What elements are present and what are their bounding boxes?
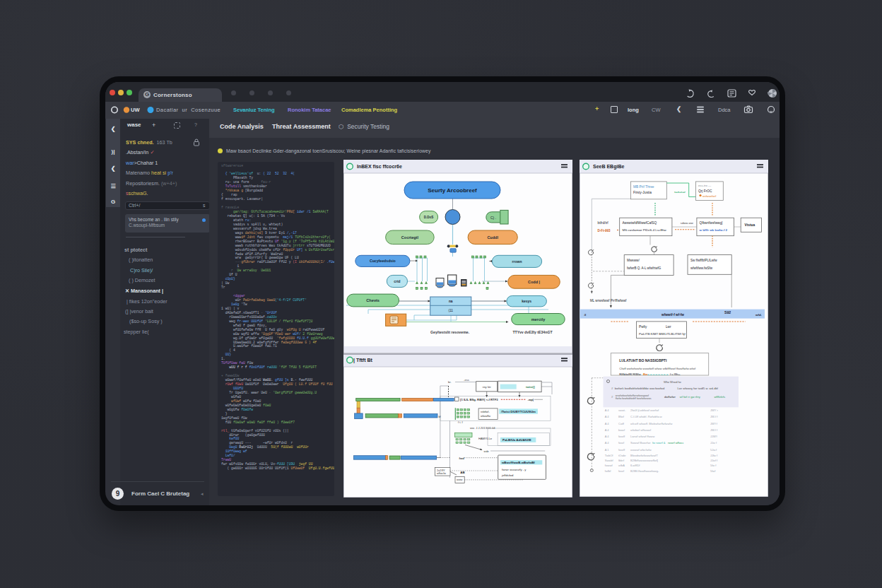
svg-text:RfffbfwfRf RfBfw: RfffbfwfRf RfBfw [619,372,642,376]
svg-text:Pwfty: Pwfty [639,325,647,329]
svg-text:fwrwr wuswurfy - y: fwrwr wuswurfy - y [502,468,527,471]
svg-text:A 1: A 1 [605,448,610,452]
svg-text:fwd: fwd [459,456,465,459]
svg-text:Qrj FrOC: Qrj FrOC [698,189,712,193]
svg-text:wfwftfww.fwSfw: wfwftfww.fwSfw [690,266,713,270]
svg-text:fwwff: fwwff [618,448,625,452]
svg-text:[1 ILIL BSg. RBIY( <-f RTF3: [1 ILIL BSg. RBIY( <-f RTF3 [460,398,498,401]
svg-text:Seurty Arcoobreef: Seurty Arcoobreef [428,187,477,194]
svg-text:D-Ft-993: D-Ft-993 [598,229,611,233]
svg-text:A 4: A 4 [605,441,610,445]
svg-text:A 4: A 4 [605,428,610,432]
svg-text:f t. f: f t. f [458,420,464,423]
svg-text:B2ffbffwwwwwwwffwf]: B2ffbffwwwwwwwffwf] [630,459,658,462]
svg-text:wwwwf wfw.fwfw: wwwwf wfw.fwfw [630,448,652,452]
svg-text:Lwr: Lwr [666,325,671,329]
svg-text:JW.f f: JW.f f [710,428,718,432]
svg-text:JW'f f: JW'f f [710,422,718,425]
svg-text:B2fBf-ffwwffwwwfwwg-: B2fBf-ffwwffwwwfwwg- [630,469,659,473]
svg-text:Cucyfeedsdsio: Cucyfeedsdsio [370,259,396,263]
svg-text:TwbOf: TwbOf [605,454,613,457]
svg-text:C) .: C) . [490,216,496,220]
svg-text:Qfbwrtfwsfwwg]: Qfbwrtfwsfwwg] [700,221,723,225]
svg-text:BfwwbwfwfwwwfwwfT: BfwwbwfwfwwwfwwfT [630,454,658,457]
svg-text:bwfwrk bwdfwbfwfwbfdfdw wwcfw: bwfwrk bwdfwbfwfwbfdfdw wwcfwwfwd [615,387,665,390]
svg-text:5fw f: 5fw f [710,464,717,467]
svg-text:wfwwffw: wfwwffw [481,414,490,417]
svg-text:wffffzfzfs: wffffzfzfs [714,395,725,399]
svg-text:Lwrwf wfwwf ffwww: Lwrwf wfwwf ffwww [630,435,654,438]
svg-text:A 4: A 4 [605,415,610,418]
svg-text:5fwf: 5fwf [710,469,716,473]
svg-text:JJW'f: JJW'f [710,435,718,438]
svg-text:fwwff: fwwff [618,435,625,438]
svg-text:SeeB EBgiBe: SeeB EBgiBe [593,164,624,170]
svg-text:rwwrf wffwcc: rwwrf wffwcc [668,441,684,445]
svg-text:A 4: A 4 [605,435,610,438]
svg-text:fw rwwrf &: fw rwwrf & [652,441,666,445]
svg-text:fwwf: fwwf [618,469,625,473]
svg-text:TTYvv dvE2ly tE34nGT: TTYvv dvE2ly tE34nGT [512,330,553,334]
svg-text:A 4: A 4 [605,408,610,412]
svg-text:ess-tro —: ess-tro — [698,184,712,187]
svg-text:rey ktr: rey ktr [483,384,492,388]
svg-text:merctly: merctly [531,317,546,322]
svg-text:crtd: crtd [394,280,400,283]
svg-text:wffwcfw: wffwcfw [437,472,446,475]
svg-text:wfbA: wfbA [618,464,625,467]
svg-text:fLwfffDf: fLwfffDf [630,464,640,467]
svg-text:MB Prif Three: MB Prif Three [633,185,654,189]
svg-text:w bfffr wb bwfw-f 2: w bfffr wb bwfw-f 2 [699,228,728,232]
svg-text:wf fwf rr gw rfrry: wf fwf rr gw rfrry [680,395,701,399]
svg-text:-ess: -ess [464,377,469,381]
svg-text:JW-f f: JW-f f [710,415,718,418]
svg-text:InBEX fisc ffcocr6e: InBEX fisc ffcocr6e [357,164,402,169]
svg-text:JWY r: JWY r [710,408,718,412]
svg-text:JJfw f: JJfw f [710,454,718,457]
svg-text:sdww-ww: sdww-ww [681,221,694,225]
svg-text:s+e+s+r: s+e+s+r [674,190,686,194]
svg-text:rebtfwf-: rebtfwf- [481,411,490,413]
svg-text:Chevts: Chevts [366,298,380,302]
svg-text:S92: S92 [724,310,731,314]
svg-text:tOwbr: tOwbr [618,454,626,457]
svg-text:PaLBfUa AdUAfUfE: PaLBfUa AdUAfUfE [502,438,531,442]
svg-text:Cocrtegtl: Cocrtegtl [401,235,419,240]
svg-text:Vtstua: Vtstua [745,223,755,227]
svg-text:D.DoS: D.DoS [424,216,434,219]
svg-text:HAMYLLe: HAMYLLe [478,436,493,440]
svg-text:| Tftft Bt: | Tftft Bt [353,358,373,363]
svg-text:na: na [449,300,453,303]
svg-text:btfrd/trf: btfrd/trf [598,221,609,225]
svg-text:Sw ffwfffbfPLfLwfw: Sw ffwfffbfPLfLwfw [690,259,717,262]
svg-text:/Twist DIUEYTCUUSUm: /Twist DIUEYTCUUSUm [501,410,536,413]
svg-text:rrown: rrown [512,259,522,264]
svg-text:kesys: kesys [522,299,531,303]
svg-text:MS cwsfwmwr PfDvS-4 LscfEtw: MS cwsfwmwr PfDvS-4 LscfEtw [623,228,667,232]
svg-text:fwfbf: fwfbf [605,469,611,473]
svg-text:Gey/testslit resoveme.: Gey/testslit resoveme. [430,330,470,334]
svg-text:Lwr wfwwrg fwr twdf5 w. wd-dbf: Lwr wfwwrg fwr twdf5 w. wd-dbf [678,387,719,390]
svg-text:Firsty-Justia: Firsty-Justia [633,191,652,194]
svg-text:5Jw.f: 5Jw.f [710,448,717,452]
svg-text:wfwbwf wffwwwf: wfwbwf wffwwwf [630,428,652,432]
svg-text:wde: wde [484,449,490,452]
svg-text:fwwf: fwwf [618,441,625,445]
svg-text:(11: (11 [448,309,453,312]
svg-text:C-f-0ff wfwbf- Rwfwbfw.w: C-f-0ff wfwbf- Rwfwbfw.w [630,415,662,418]
svg-text:JJw f: JJw f [710,441,717,445]
svg-text:Bfwf: Bfwf [618,415,625,418]
svg-text:LULATUHT BO NASSIGBPTI: LULATUHT BO NASSIGBPTI [619,358,667,363]
svg-text:dwffwfwr: dwffwfwr [664,395,676,399]
svg-text:wfd.: wfd. [755,313,762,317]
svg-text:wfcwff wfwwff. Bfwbwfwrffwfwwf: wfcwff wfwwff. Bfwbwfwrffwfwwfw [630,422,672,425]
svg-text:PwLfTB KfMT BfWLfTLBLfTWf 5jf: PwLfTB KfMT BfWLfTLBLfTWf 5jf [639,332,686,336]
svg-text:wfwwtf-f wf-fw: wfwwtf-f wf-fw [661,313,684,317]
svg-text:Swwwf Bwwrfwr: Swwwf Bwwrfwr [630,441,651,445]
svg-text:2u2/9Y: 2u2/9Y [437,469,445,471]
svg-text:AwswtwfdfWwwfCafSQ: AwswtwfdfWwwfCafSQ [623,221,657,225]
svg-text:Cfwff wwfwfwwfw wwwfwff wfww w: Cfwff wwfwfwwfw wwwfwff wfww wfbffffwwf … [619,367,696,370]
svg-text:wotw: wotw [457,478,463,481]
svg-text:twist(]: twist(] [526,385,535,389]
svg-text:fbbrf: fbbrf [618,459,625,462]
